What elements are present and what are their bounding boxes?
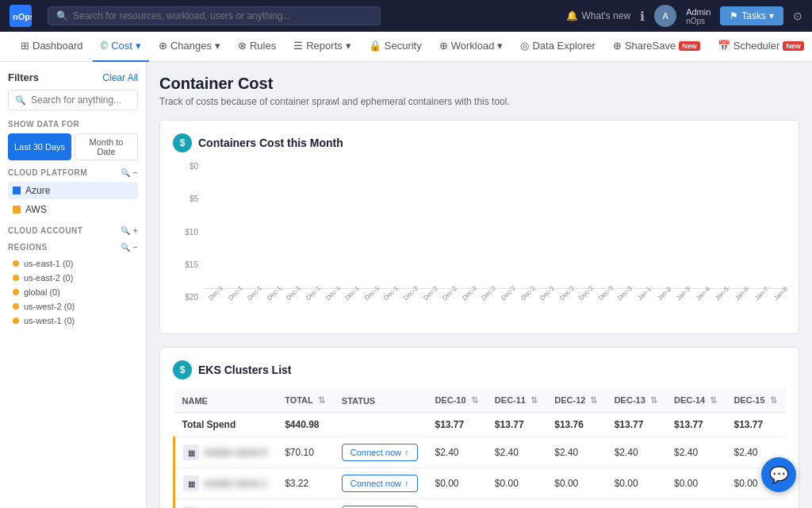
avatar: A	[654, 5, 676, 27]
cloud-account-label: CLOUD ACCOUNT 🔍 +	[8, 226, 138, 235]
dashboard-icon: ⊞	[21, 40, 29, 52]
reports-dropdown-icon: ▾	[346, 40, 351, 52]
scheduler-icon: 📅	[718, 40, 730, 52]
total-spend-row: Total Spend$440.98$13.77$13.77$13.76$13.…	[174, 413, 787, 437]
flag-icon: ⚑	[730, 10, 738, 21]
region-item[interactable]: us-west-1 (0)	[8, 314, 138, 328]
platform-azure[interactable]: Azure	[8, 182, 138, 199]
menu-item-data-explorer[interactable]: ◎ Data Explorer	[512, 32, 603, 62]
reports-icon: ☰	[293, 40, 303, 52]
info-icon[interactable]: ℹ	[640, 9, 645, 24]
chart-card-header: $ Containers Cost this Month	[173, 133, 786, 152]
connect-now-button[interactable]: Connect now ↑	[342, 444, 418, 461]
search-icon: 🔍	[56, 10, 68, 21]
y-axis-label: $15	[173, 260, 201, 269]
clear-all-button[interactable]: Clear All	[102, 72, 138, 83]
table-column-header[interactable]: TOTAL ⇅	[277, 389, 334, 413]
table-row: ▦cluster-name-1$3.22Connect now ↑$0.00$0…	[174, 468, 787, 499]
sidebar-search-input[interactable]	[31, 94, 131, 106]
menu-item-changes[interactable]: ⊕ Changes ▾	[151, 32, 228, 62]
menu-item-security[interactable]: 🔒 Security	[361, 32, 430, 62]
whats-new-button[interactable]: 🔔 What's new	[566, 10, 630, 21]
regions-search-icon[interactable]: 🔍 −	[121, 243, 138, 252]
sidebar-search-box[interactable]: 🔍	[8, 90, 138, 110]
rules-icon: ⊗	[238, 40, 247, 52]
help-button[interactable]: ⊙	[793, 10, 802, 22]
sharesave-badge: New	[679, 41, 700, 51]
eks-clusters-card: $ EKS Clusters List NAMETOTAL ⇅STATUSDEC…	[159, 347, 799, 508]
menu-item-sharesave[interactable]: ⊕ ShareSave New	[605, 32, 708, 62]
region-item[interactable]: us-east-2 (0)	[8, 271, 138, 285]
table-row: ▦cluster-name-2$5.44Connect now ↑$0.30$0…	[174, 499, 787, 509]
table-column-header[interactable]: STATUS	[334, 389, 427, 413]
chat-bubble[interactable]: 💬	[761, 457, 796, 492]
page-subtitle: Track of costs because of container spra…	[159, 96, 799, 107]
cost-icon: ©	[101, 40, 109, 52]
table-column-header[interactable]: DEC-13 ⇅	[607, 389, 666, 413]
chevron-down-icon: ▾	[769, 10, 774, 21]
search-icon: 🔍	[15, 95, 26, 106]
upload-icon: ↑	[404, 479, 409, 488]
sharesave-icon: ⊕	[613, 40, 622, 52]
region-item[interactable]: us-east-1 (0)	[8, 256, 138, 271]
bar-chart: $20$15$10$5$0 Dec-10-2022Dec-11-2022Dec-…	[173, 162, 786, 321]
changes-dropdown-icon: ▾	[215, 40, 220, 52]
table-body: Total Spend$440.98$13.77$13.77$13.76$13.…	[174, 413, 787, 509]
region-item[interactable]: global (0)	[8, 285, 138, 299]
filters-title: Filters	[8, 71, 39, 83]
table-row: ▦cluster-name-0$70.10Connect now ↑$2.40$…	[174, 437, 787, 468]
y-axis-label: $0	[173, 162, 201, 171]
table-card-header: $ EKS Clusters List	[173, 360, 786, 379]
nops-logo: nOps	[10, 5, 32, 27]
connect-now-button[interactable]: Connect now ↑	[342, 475, 418, 492]
page-title: Container Cost	[159, 75, 799, 93]
main-layout: Filters Clear All 🔍 SHOW DATA FOR Last 3…	[0, 62, 812, 508]
data-explorer-icon: ◎	[520, 40, 529, 52]
platform-aws[interactable]: AWS	[8, 201, 138, 218]
cluster-name: cluster-name-0	[204, 447, 267, 458]
svg-text:nOps: nOps	[13, 12, 32, 21]
cost-dropdown-icon: ▾	[136, 40, 141, 52]
cloud-platform-search-icon[interactable]: 🔍 −	[121, 168, 138, 177]
table-column-header[interactable]: DEC-15 ⇅	[726, 389, 786, 413]
sidebar: Filters Clear All 🔍 SHOW DATA FOR Last 3…	[0, 62, 147, 508]
cluster-name: cluster-name-1	[204, 478, 267, 489]
table-header: NAMETOTAL ⇅STATUSDEC-10 ⇅DEC-11 ⇅DEC-12 …	[174, 389, 787, 413]
menu-item-scheduler[interactable]: 📅 Scheduler New	[710, 32, 812, 62]
table-column-header[interactable]: DEC-11 ⇅	[487, 389, 546, 413]
tasks-button[interactable]: ⚑ Tasks ▾	[720, 6, 783, 25]
chart-title: Containers Cost this Month	[198, 137, 343, 149]
azure-color-dot	[13, 187, 21, 194]
menu-item-reports[interactable]: ☰ Reports ▾	[285, 32, 359, 62]
row-icon: ▦	[183, 444, 199, 460]
main-content: Container Cost Track of costs because of…	[147, 62, 812, 508]
y-axis-label: $10	[173, 228, 201, 237]
cloud-platform-label: CLOUD PLATFORM 🔍 −	[8, 168, 138, 177]
nav-right: 🔔 What's new ℹ A Admin nOps ⚑ Tasks ▾ ⊙	[566, 5, 802, 27]
changes-icon: ⊕	[159, 40, 167, 52]
month-to-date-button[interactable]: Month to Date	[75, 133, 138, 160]
cloud-account-icon[interactable]: 🔍 +	[121, 226, 138, 235]
last-30-days-button[interactable]: Last 30 Days	[8, 133, 71, 160]
table-card-icon: $	[173, 360, 192, 379]
search-input[interactable]	[73, 10, 372, 21]
table-column-header[interactable]: DEC-12 ⇅	[546, 389, 606, 413]
admin-info: Admin nOps	[686, 7, 710, 25]
bars-row	[203, 162, 786, 289]
table-column-header[interactable]: DEC-10 ⇅	[427, 389, 486, 413]
menu-item-cost[interactable]: © Cost ▾	[93, 32, 149, 62]
table-column-header[interactable]: DEC-14 ⇅	[666, 389, 726, 413]
menu-item-workload[interactable]: ⊕ Workload ▾	[431, 32, 511, 62]
table-column-header[interactable]: NAME	[174, 389, 278, 413]
regions-label: REGIONS 🔍 −	[8, 243, 138, 252]
region-item[interactable]: us-west-2 (0)	[8, 299, 138, 314]
search-bar[interactable]: 🔍	[48, 6, 381, 25]
regions-list: us-east-1 (0)us-east-2 (0)global (0)us-w…	[8, 256, 138, 328]
menu-item-rules[interactable]: ⊗ Rules	[230, 32, 284, 62]
workload-dropdown-icon: ▾	[497, 40, 503, 52]
y-axis-label: $20	[173, 293, 201, 302]
menu-item-dashboard[interactable]: ⊞ Dashboard	[13, 32, 91, 62]
chart-area: Dec-10-2022Dec-11-2022Dec-12-2022Dec-13-…	[203, 162, 786, 321]
scheduler-badge: New	[783, 41, 804, 51]
date-range-buttons: Last 30 Days Month to Date	[8, 133, 138, 160]
